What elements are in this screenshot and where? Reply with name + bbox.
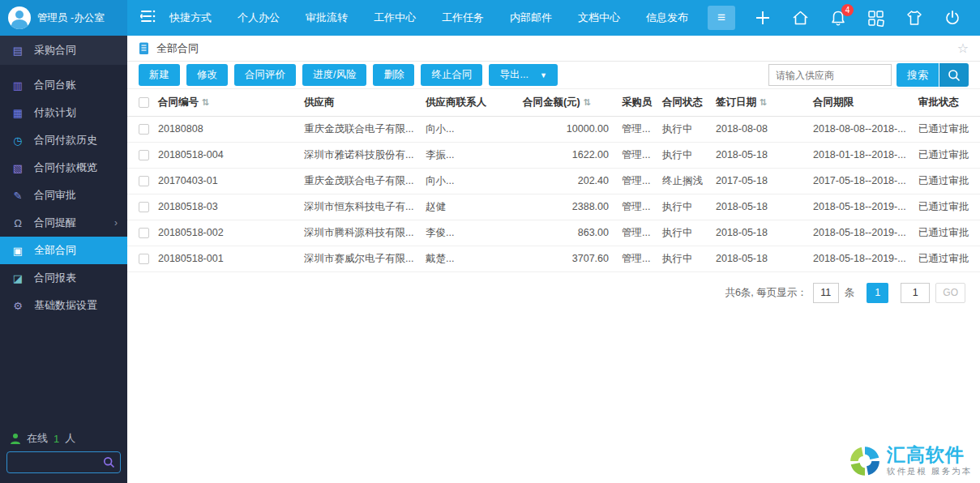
page-number-button[interactable]: 1 (867, 283, 888, 303)
cell-contact: 向小... (422, 168, 516, 194)
row-checkbox[interactable] (139, 202, 149, 212)
logo-name: 汇高软件 (887, 445, 972, 465)
user-label: 管理员 -办公室 (37, 11, 105, 25)
nav-item[interactable]: 工作任务 (429, 0, 497, 36)
row-checkbox[interactable] (139, 124, 149, 135)
cell-status: 执行中 (659, 142, 713, 168)
sidebar-item[interactable]: 合同台账 (0, 71, 127, 99)
sidebar-item[interactable]: 基础数据设置 (0, 292, 127, 319)
sort-icon (756, 96, 767, 108)
search-icon (948, 69, 961, 82)
home-icon[interactable] (792, 10, 809, 26)
column-header[interactable]: 供应商联系人 (422, 89, 516, 116)
cell-supplier: 深圳市赛威尔电子有限... (301, 246, 422, 271)
sidebar-item[interactable]: 合同付款概览 (0, 154, 127, 182)
logout-power-icon[interactable] (944, 10, 961, 26)
supplier-search: 搜索 (768, 63, 969, 87)
toolbar-button[interactable]: 终止合同 (421, 64, 482, 86)
sidebar-item-label: 全部合同 (34, 243, 76, 258)
row-checkbox-cell (127, 194, 155, 220)
cell-approval-status: 已通过审批 (915, 246, 980, 271)
sidebar-item[interactable]: 付款计划 (0, 99, 127, 126)
notifications-bell-icon[interactable]: 4 (830, 10, 846, 27)
sidebar-item[interactable]: 合同审批 (0, 182, 127, 209)
collapse-menu-icon[interactable] (140, 10, 156, 26)
toolbar-button[interactable]: 合同评价 (234, 64, 296, 86)
cell-supplier: 重庆金茂联合电子有限... (301, 116, 422, 142)
page-title: 全部合同 (156, 41, 199, 56)
sidebar-item-icon (11, 135, 24, 147)
select-all-checkbox[interactable] (139, 97, 149, 108)
select-all-checkbox-cell (127, 89, 155, 116)
column-header[interactable]: 审批状态 (915, 89, 980, 116)
table-row[interactable]: 20180518-004 深圳市雅诺科技股份有... 李振... 1622.00… (127, 142, 980, 168)
sidebar-item-icon (11, 162, 24, 174)
table-row[interactable]: 20180518-03 深圳市恒东科技电子有... 赵健 2388.00 管理.… (127, 194, 980, 220)
sidebar-item[interactable]: 采购合同 (0, 36, 127, 65)
row-checkbox[interactable] (139, 254, 149, 264)
row-checkbox[interactable] (139, 150, 149, 160)
nav-item[interactable]: 个人办公 (225, 0, 293, 36)
nav-item[interactable]: 内部邮件 (497, 0, 565, 36)
toolbar-button[interactable]: 导出...▼ (489, 64, 557, 86)
sort-icon (580, 96, 591, 108)
column-header[interactable]: 签订日期 (713, 89, 810, 116)
cell-approval-status: 已通过审批 (915, 194, 980, 220)
row-checkbox-cell (127, 142, 155, 168)
supplier-search-input[interactable] (768, 64, 892, 86)
toolbar-button[interactable]: 删除 (373, 64, 414, 86)
table-row[interactable]: 20180808 重庆金茂联合电子有限... 向小... 10000.00 管理… (127, 116, 980, 142)
apps-grid-icon[interactable] (867, 10, 884, 27)
cell-contact: 戴楚... (422, 246, 516, 271)
sidebar-item-icon (11, 245, 24, 257)
cell-supplier: 深圳市雅诺科技股份有... (301, 142, 422, 168)
search-button[interactable]: 搜索 (897, 63, 939, 87)
row-checkbox-cell (127, 246, 155, 271)
column-header[interactable]: 合同期限 (810, 89, 915, 116)
cell-contract-id: 20180518-002 (155, 220, 301, 246)
column-header[interactable]: 供应商 (301, 89, 422, 116)
table-row[interactable]: 20170403-01 重庆金茂联合电子有限... 向小... 202.40 管… (127, 168, 980, 194)
cell-status: 执行中 (659, 116, 713, 142)
table-row[interactable]: 20180518-001 深圳市赛威尔电子有限... 戴楚... 3707.60… (127, 246, 980, 271)
cell-contact: 向小... (422, 116, 516, 142)
nav-item[interactable]: 工作中心 (361, 0, 429, 36)
advanced-search-button[interactable] (939, 63, 969, 87)
favorite-star-icon[interactable]: ☆ (957, 41, 969, 56)
sidebar-item-icon (11, 79, 24, 92)
sidebar-item[interactable]: 全部合同 (0, 237, 127, 264)
toolbar-button[interactable]: 新建 (139, 64, 180, 86)
user-menu[interactable]: 管理员 -办公室 (0, 0, 127, 36)
nav-item[interactable]: 快捷方式 (156, 0, 225, 36)
more-menu-icon[interactable]: ≡ (708, 6, 735, 30)
sidebar-item-label: 采购合同 (34, 43, 76, 58)
toolbar-button[interactable]: 修改 (186, 64, 228, 86)
column-header[interactable]: 合同金额(元) (516, 89, 618, 116)
per-page-input[interactable] (813, 283, 839, 303)
nav-item[interactable]: 审批流转 (293, 0, 361, 36)
sort-icon (199, 96, 209, 108)
sidebar-item-label: 合同审批 (34, 188, 76, 203)
sidebar-item-icon (11, 272, 24, 284)
row-checkbox[interactable] (139, 228, 149, 238)
sidebar-item[interactable]: 合同提醒 (0, 209, 127, 237)
sidebar-item[interactable]: 合同报表 (0, 264, 127, 292)
cell-status: 执行中 (659, 220, 713, 246)
go-button[interactable]: GO (935, 283, 965, 303)
cell-sign-date: 2018-05-18 (713, 246, 810, 271)
column-header[interactable]: 合同状态 (659, 89, 713, 116)
nav-item[interactable]: 信息发布 (633, 0, 701, 36)
toolbar-button[interactable]: 进度/风险 (302, 64, 366, 86)
column-header[interactable]: 采购员 (618, 89, 659, 116)
table-row[interactable]: 20180518-002 深圳市腾科源科技有限... 李俊... 863.00 … (127, 220, 980, 246)
nav-item[interactable]: 文档中心 (565, 0, 633, 36)
add-icon[interactable] (755, 10, 771, 26)
cell-buyer: 管理... (618, 194, 659, 220)
column-header[interactable]: 合同编号 (155, 89, 301, 116)
theme-shirt-icon[interactable] (905, 10, 923, 26)
goto-page-input[interactable] (901, 283, 930, 303)
row-checkbox[interactable] (139, 176, 149, 186)
online-label: 在线 (27, 431, 48, 446)
sidebar-item[interactable]: 合同付款历史 (0, 126, 127, 154)
cell-approval-status: 已通过审批 (915, 220, 980, 246)
